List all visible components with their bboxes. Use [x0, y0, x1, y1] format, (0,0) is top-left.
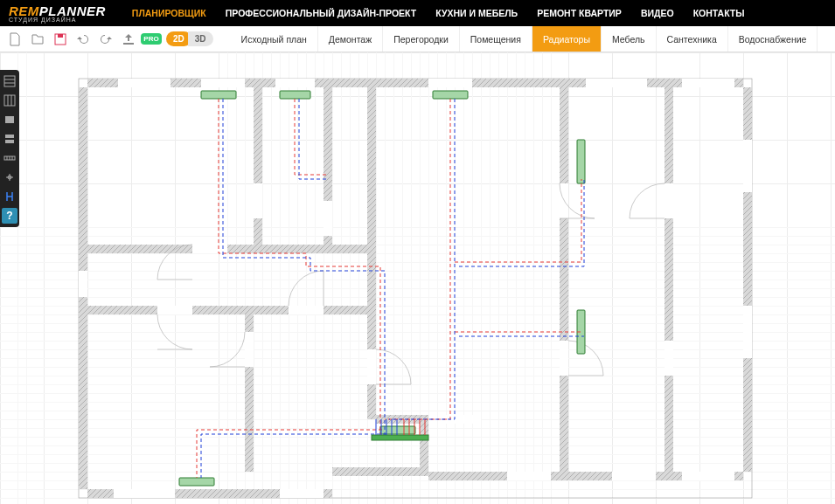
svg-rect-34: [682, 79, 734, 87]
svg-rect-51: [560, 341, 568, 376]
svg-rect-40: [612, 472, 656, 480]
svg-rect-42: [79, 271, 87, 297]
main-nav: ПЛАНИРОВЩИК ПРОФЕССИОНАЛЬНЫЙ ДИЗАЙН-ПРОЕ…: [132, 8, 745, 18]
nav-contacts[interactable]: КОНТАКТЫ: [693, 8, 745, 18]
radiators[interactable]: [179, 91, 585, 486]
svg-rect-27: [332, 467, 428, 476]
svg-rect-32: [428, 79, 472, 87]
tab-plumbing[interactable]: Сантехника: [657, 26, 728, 52]
svg-rect-8: [5, 116, 14, 123]
svg-rect-22: [87, 306, 376, 314]
side-tool-6-icon[interactable]: [2, 169, 17, 185]
svg-rect-61: [380, 426, 415, 434]
undo-icon[interactable]: [73, 30, 93, 49]
view-3d-button[interactable]: 3D: [188, 31, 213, 46]
plan-tabs: Исходный план Демонтаж Перегородки Помещ…: [231, 26, 818, 52]
side-tool-4-icon[interactable]: [2, 131, 17, 147]
svg-rect-26: [420, 415, 428, 472]
svg-rect-52: [665, 183, 673, 218]
svg-rect-38: [280, 489, 324, 498]
svg-rect-28: [665, 87, 673, 472]
svg-rect-30: [201, 79, 245, 87]
floorplan-canvas[interactable]: [70, 70, 769, 504]
tab-furniture[interactable]: Мебель: [602, 26, 657, 52]
tab-rooms[interactable]: Помещения: [460, 26, 532, 52]
svg-rect-1: [58, 34, 63, 38]
side-tool-2-icon[interactable]: [2, 93, 17, 108]
logo-sub: СТУДИЯ ДИЗАЙНА: [9, 17, 76, 23]
svg-rect-44: [324, 201, 332, 236]
svg-rect-53: [665, 341, 673, 376]
open-file-icon[interactable]: [28, 30, 47, 49]
side-tool-7-icon[interactable]: [2, 189, 17, 204]
side-toolbar: ?: [0, 70, 19, 227]
logo[interactable]: REMPLANNER СТУДИЯ ДИЗАЙНА: [9, 3, 106, 23]
side-help-button[interactable]: ?: [2, 208, 17, 224]
svg-rect-31: [275, 79, 315, 87]
nav-kitchens[interactable]: КУХНИ И МЕБЕЛЬ: [435, 8, 518, 18]
export-icon[interactable]: [119, 30, 138, 49]
tool-icons: PRO: [5, 30, 161, 49]
new-file-icon[interactable]: [5, 30, 24, 49]
svg-rect-2: [4, 76, 15, 86]
svg-rect-39: [507, 472, 551, 480]
view-toggle: 2D 3D: [166, 31, 213, 46]
pro-badge[interactable]: PRO: [142, 30, 161, 49]
tab-water-supply[interactable]: Водоснабжение: [728, 26, 818, 52]
side-tool-1-icon[interactable]: [2, 73, 17, 89]
svg-rect-49: [367, 349, 376, 384]
svg-rect-21: [87, 245, 376, 253]
svg-rect-45: [192, 245, 227, 253]
redo-icon[interactable]: [96, 30, 115, 49]
nav-video[interactable]: ВИДЕО: [641, 8, 674, 18]
workspace[interactable]: ?: [0, 52, 835, 504]
svg-rect-46: [289, 306, 324, 314]
svg-rect-37: [114, 489, 175, 498]
svg-rect-9: [5, 135, 14, 138]
svg-rect-62: [372, 435, 428, 440]
svg-rect-5: [4, 95, 15, 106]
svg-rect-56: [280, 91, 310, 99]
tab-original-plan[interactable]: Исходный план: [231, 26, 318, 52]
tab-radiators[interactable]: Радиаторы: [532, 26, 602, 52]
svg-rect-10: [5, 140, 14, 143]
side-tool-3-icon[interactable]: [2, 112, 17, 128]
tab-demolition[interactable]: Демонтаж: [318, 26, 383, 52]
tab-partitions[interactable]: Перегородки: [383, 26, 460, 52]
svg-rect-18: [254, 87, 262, 253]
svg-rect-36: [743, 306, 752, 358]
svg-rect-55: [201, 91, 236, 99]
svg-rect-57: [433, 91, 468, 99]
svg-rect-48: [245, 332, 254, 367]
toolbar: PRO 2D 3D Исходный план Демонтаж Перегор…: [0, 26, 835, 52]
svg-rect-24: [560, 87, 568, 472]
svg-rect-33: [586, 79, 647, 87]
save-icon[interactable]: [51, 30, 70, 49]
door-arcs: [157, 183, 665, 384]
svg-rect-35: [743, 140, 752, 192]
svg-rect-47: [157, 306, 192, 314]
svg-rect-43: [254, 183, 262, 218]
side-tool-5-icon[interactable]: [2, 150, 17, 166]
top-header: REMPLANNER СТУДИЯ ДИЗАЙНА ПЛАНИРОВЩИК ПР…: [0, 0, 835, 26]
svg-rect-29: [118, 79, 170, 87]
nav-planner[interactable]: ПЛАНИРОВЩИК: [132, 8, 206, 18]
nav-renovation[interactable]: РЕМОНТ КВАРТИР: [537, 8, 622, 18]
svg-rect-58: [577, 140, 585, 183]
nav-design-project[interactable]: ПРОФЕССИОНАЛЬНЫЙ ДИЗАЙН-ПРОЕКТ: [226, 8, 416, 18]
svg-rect-41: [682, 472, 734, 480]
svg-rect-60: [179, 478, 214, 486]
